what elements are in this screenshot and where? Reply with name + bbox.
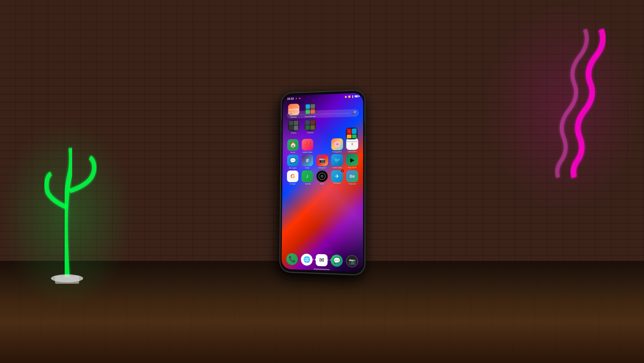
app-videos[interactable]: Vídeos <box>286 120 301 134</box>
slack-label: Slack <box>305 167 310 169</box>
dock-gmail[interactable]: ✉ <box>314 254 329 267</box>
phone-icon: 📞 <box>286 253 298 265</box>
telegram-label: Telegram <box>333 182 341 184</box>
app-fotografias[interactable]: 🌸 Fotografías <box>330 138 345 153</box>
dock-phone[interactable]: 📞 <box>285 253 299 266</box>
neon-cactus-decoration <box>32 121 113 288</box>
mensajes-label: Mensajes <box>289 167 297 169</box>
volume-up-button[interactable] <box>280 119 281 128</box>
app-row-5: G Google ♪ · Spotify <box>284 169 361 185</box>
health-icon: ❤️ <box>302 139 313 150</box>
google-icon: G <box>287 170 298 182</box>
app-telegram[interactable]: ✈ 1 Telegram <box>330 170 345 185</box>
search-divider <box>294 113 350 115</box>
health-label: Health Mate <box>302 151 312 153</box>
traductor-label: Traductor <box>348 183 356 185</box>
wifi-icon: 📶 <box>348 95 351 98</box>
phone: 19:33 ⏰ 📶 ▐ <box>279 89 365 276</box>
calendario-label: Calendario <box>347 150 357 153</box>
app-nuki[interactable]: Nuki <box>314 170 330 185</box>
telegram-icon: ✈ <box>331 170 343 182</box>
power-button[interactable] <box>364 122 365 136</box>
photos-icon: 🌸 <box>331 138 343 150</box>
telegram-badge: 1 <box>341 169 344 172</box>
google-icon: G <box>290 113 292 117</box>
entertainment-icon: N <box>346 127 358 139</box>
chrome-icon: 🌐 <box>301 253 313 265</box>
status-dot-red <box>299 98 301 99</box>
volume-down-button[interactable] <box>280 131 281 140</box>
mic-icon: 🎤 <box>352 111 356 115</box>
spacer <box>315 138 330 153</box>
instagram-icon: 📷 <box>316 154 328 166</box>
spotify-label: · Spotify <box>304 183 310 185</box>
phone-body: 19:33 ⏰ 📶 ▐ <box>279 89 365 276</box>
dock-chrome[interactable]: 🌐 <box>299 253 314 266</box>
gmail-icon: ✉ <box>316 254 328 266</box>
app-spotify[interactable]: ♪ · Spotify <box>300 170 315 185</box>
signal-icon: ▐ <box>352 95 353 98</box>
telegram-icon-wrapper: ✈ 1 <box>331 170 343 182</box>
carpeta-label: Carpeta <box>307 132 313 134</box>
status-icons: ⏰ 📶 ▐ <box>345 95 359 98</box>
spotify-icon: ♪ <box>301 170 313 182</box>
neon-squiggle-decoration <box>547 21 623 183</box>
app-play-store[interactable]: ▶ Play Store <box>345 154 360 169</box>
app-traductor[interactable]: Gx Traductor <box>345 170 360 185</box>
nuki-label: Nuki <box>320 183 324 185</box>
app-slack[interactable]: # Slack <box>300 154 315 169</box>
dock-whatsapp[interactable]: 💬 <box>329 254 345 268</box>
playstore-icon: ▶ <box>346 154 358 166</box>
phone-screen: 19:33 ⏰ 📶 ▐ <box>281 93 363 272</box>
app-carpeta[interactable]: Carpeta <box>302 119 318 134</box>
app-row-4: 💬 Mensajes # Slack 📷 Inst <box>284 153 361 170</box>
app-dock: 📞 🌐 ✉ 💬 <box>284 251 361 270</box>
nuki-icon <box>316 170 328 182</box>
home-label: Home <box>290 151 295 153</box>
playstore-label: Play Store <box>348 167 357 169</box>
videos-icon <box>288 120 299 131</box>
app-twitter-beta[interactable]: 🐦 Twitter Beta <box>330 154 345 169</box>
entertainment-label: Entretenimiento <box>346 140 357 142</box>
whatsapp-icon: 💬 <box>331 254 343 267</box>
status-dot-gray <box>295 98 297 99</box>
messages-icon: 💬 <box>287 154 299 166</box>
twitter-icon: 🐦 <box>331 154 343 166</box>
app-instagram[interactable]: 📷 Instagram <box>315 154 330 169</box>
app-health-mate[interactable]: ❤️ Health Mate <box>300 139 315 153</box>
translator-icon: Gx <box>346 170 358 182</box>
app-mensajes[interactable]: 💬 Mensajes <box>286 154 300 169</box>
google-label: Google <box>290 183 296 185</box>
camera-icon: 📷 <box>346 255 358 267</box>
svg-rect-1 <box>55 276 79 284</box>
twitter-label: Twitter Beta <box>332 167 342 169</box>
alarm-icon: ⏰ <box>345 95 347 98</box>
home-icon: 🏠 <box>287 139 299 151</box>
app-entertainment[interactable]: N Entretenimiento <box>343 127 360 142</box>
top-app-area: DIVOOM Divoom Her <box>284 100 361 185</box>
battery-icon <box>354 95 359 98</box>
instagram-label: Instagram <box>318 167 326 169</box>
videos-label: Vídeos <box>291 132 296 134</box>
status-time: 19:33 <box>287 97 294 100</box>
carpeta-icon <box>304 119 316 131</box>
app-home[interactable]: 🏠 Home <box>286 139 300 154</box>
app-google[interactable]: G Google <box>285 170 300 185</box>
fotografias-label: Fotografías <box>332 151 342 153</box>
dock-camera[interactable]: 📷 <box>344 255 360 268</box>
slack-icon: # <box>302 154 313 166</box>
